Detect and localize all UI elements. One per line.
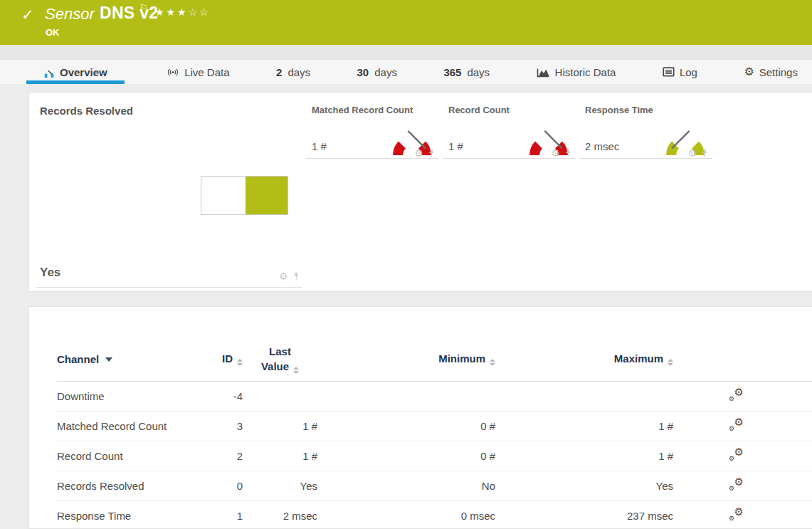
priority-star-rating[interactable]: ★★★☆☆	[155, 6, 211, 18]
tab-historic-data[interactable]: Historic Data	[532, 60, 621, 84]
tab-label: Log	[680, 66, 697, 78]
channel-settings-button[interactable]: ⚙⚙	[729, 508, 744, 522]
channel-id: 2	[199, 441, 243, 471]
panel-underline	[36, 287, 302, 288]
table-row-record-count: Record Count 2 1 # 0 # 1 # ⚙⚙	[57, 441, 812, 471]
channel-name: Response Time	[57, 501, 199, 529]
pin-icon[interactable]	[428, 149, 436, 158]
tab-label: Historic Data	[555, 66, 616, 78]
channel-name: Downtime	[57, 382, 199, 412]
pin-icon[interactable]	[564, 149, 572, 158]
channel-minimum	[317, 382, 495, 412]
tab-365-days[interactable]: 365 days	[439, 60, 494, 84]
panel-controls: ⚙	[551, 148, 572, 158]
table-row-response-time: Response Time 1 2 msec 0 msec 237 msec ⚙…	[57, 501, 812, 529]
channel-name: Record Count	[57, 441, 199, 471]
gear-icon[interactable]: ⚙	[279, 271, 288, 281]
channel-maximum: 1 #	[495, 441, 673, 471]
sort-arrows-icon	[293, 367, 299, 374]
tab-30-days[interactable]: 30 days	[353, 60, 401, 84]
column-header-maximum[interactable]: Maximum	[495, 337, 673, 382]
status-check-icon: ✓	[21, 6, 34, 23]
pin-icon[interactable]	[292, 272, 300, 281]
tab-2-days[interactable]: 2 days	[272, 60, 315, 84]
tab-number: 2	[276, 66, 282, 78]
records-resolved-bar-chart	[201, 176, 288, 215]
panel-title: Records Resolved	[40, 105, 133, 117]
gauge-panel-record-count: Record Count 1 # ⚙	[443, 93, 576, 160]
channel-settings-button[interactable]: ⚙⚙	[729, 419, 744, 432]
channel-last-value: 1 #	[243, 412, 317, 441]
pin-icon[interactable]	[701, 149, 709, 158]
column-label: Maximum	[614, 352, 663, 365]
bar-green-segment	[246, 177, 288, 214]
sensor-title: DNS v2	[100, 4, 158, 23]
gauge-title: Record Count	[448, 105, 510, 115]
channel-settings-button[interactable]: ⚙⚙	[729, 478, 744, 492]
log-list-icon	[663, 67, 675, 77]
column-header-minimum[interactable]: Minimum	[317, 337, 495, 382]
tab-settings[interactable]: ⚙ Settings	[739, 60, 802, 84]
tab-overview[interactable]: Overview	[26, 60, 125, 84]
gauge-panel-matched-record-count: Matched Record Count 1 # ⚙	[306, 93, 440, 160]
channel-maximum: Yes	[495, 471, 673, 501]
gear-icon[interactable]: ⚙	[414, 148, 423, 158]
channel-settings-button[interactable]: ⚙⚙	[729, 389, 744, 402]
channel-table-card: Channel ID Last Value Minimum Maximum	[28, 306, 812, 529]
area-chart-icon	[537, 67, 550, 78]
channel-maximum	[495, 382, 673, 412]
sort-arrows-icon	[237, 359, 243, 366]
column-header-channel[interactable]: Channel	[57, 337, 199, 382]
tab-log[interactable]: Log	[658, 60, 702, 84]
gear-icon[interactable]: ⚙	[687, 148, 697, 158]
channel-minimum: 0 #	[317, 441, 495, 471]
gauge-icon	[43, 66, 55, 78]
channel-last-value: 1 #	[243, 441, 317, 471]
tab-label: Overview	[60, 66, 107, 78]
column-label: Minimum	[438, 352, 485, 365]
channel-id: 0	[199, 471, 243, 501]
gear-icon: ⚙	[744, 66, 754, 78]
channel-id: 1	[199, 501, 243, 529]
tab-label: days	[467, 66, 490, 78]
channel-last-value: 2 msec	[243, 501, 317, 529]
sensor-type-label: Sensor	[45, 5, 95, 23]
caret-down-icon	[105, 357, 112, 362]
panel-value: Yes	[40, 266, 60, 280]
panel-underline	[443, 158, 575, 159]
status-badge: OK	[46, 27, 60, 38]
column-label: Last	[243, 344, 317, 359]
table-row-matched-record-count: Matched Record Count 3 1 # 0 # 1 # ⚙⚙	[57, 412, 812, 441]
tab-bar: Overview Live Data 2 days 30 days 365 da…	[0, 60, 812, 84]
column-header-id[interactable]: ID	[199, 337, 243, 382]
tab-number: 30	[357, 66, 369, 78]
gauge-value: 1 #	[312, 140, 327, 152]
sort-arrows-icon	[490, 359, 495, 366]
table-row-downtime: Downtime -4 ⚙⚙	[57, 382, 812, 412]
gauge-value: 2 msec	[585, 140, 619, 152]
sensor-header: ✓ Sensor DNS v2 ⚐ ★★★☆☆ OK	[0, 0, 812, 45]
column-header-last-value[interactable]: Last Value	[243, 337, 317, 382]
channel-settings-button[interactable]: ⚙⚙	[729, 449, 744, 462]
channel-maximum: 237 msec	[495, 501, 673, 529]
tab-label: Settings	[759, 66, 798, 78]
sensor-overview-page: ✓ Sensor DNS v2 ⚐ ★★★☆☆ OK Overview Live…	[0, 0, 812, 529]
tab-label: days	[288, 66, 310, 78]
column-label: Value	[261, 360, 289, 372]
broadcast-icon	[167, 67, 179, 78]
channel-minimum: 0 #	[317, 412, 495, 441]
column-header-settings	[673, 337, 812, 382]
tab-live-data[interactable]: Live Data	[162, 60, 233, 84]
channel-table: Channel ID Last Value Minimum Maximum	[57, 337, 812, 529]
gear-icon[interactable]: ⚙	[551, 148, 560, 158]
channel-id: 3	[199, 412, 243, 441]
column-label: ID	[222, 352, 233, 365]
flag-icon[interactable]: ⚐	[139, 2, 148, 13]
channel-last-value	[243, 382, 317, 412]
panel-controls: ⚙	[687, 148, 709, 158]
channel-name: Records Resolved	[57, 471, 199, 501]
channel-minimum: 0 msec	[317, 501, 495, 529]
column-label: Channel	[57, 353, 99, 365]
channel-last-value: Yes	[243, 471, 317, 501]
tab-label: days	[374, 66, 397, 78]
